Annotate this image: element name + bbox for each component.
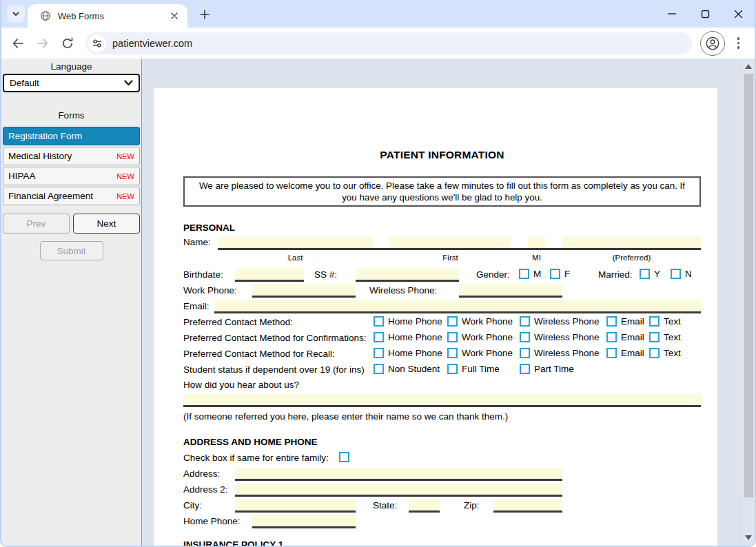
menu-kebab-icon[interactable] [735, 34, 743, 52]
checkbox-contact-wireless-phone[interactable] [520, 316, 530, 327]
tab-strip: Web Forms [1, 0, 755, 28]
checkbox-recall-home-phone[interactable] [374, 348, 384, 358]
address-bar[interactable]: patientviewer.com [85, 32, 692, 54]
sidebar-item-medical-history[interactable]: Medical History NEW [3, 147, 140, 165]
language-label: Language [3, 61, 140, 72]
section-heading-insurance: INSURANCE POLICY 1 [183, 539, 283, 546]
page-title: PATIENT INFORMATION [183, 149, 701, 161]
state-field[interactable] [409, 499, 440, 513]
welcome-box: We are pleased to welcome you to our off… [183, 176, 701, 207]
checkbox-confirmations-email[interactable] [606, 332, 617, 342]
profile-avatar[interactable] [700, 31, 725, 56]
checkbox-contact-home-phone[interactable] [374, 316, 384, 327]
address2-field[interactable] [235, 484, 562, 497]
checkbox-confirmations-work-phone[interactable] [447, 332, 458, 342]
checkbox-student-full-time[interactable] [447, 364, 458, 374]
forward-button[interactable] [36, 37, 50, 50]
name-preferred-field[interactable] [562, 237, 701, 248]
checkbox-recall-wireless-phone[interactable] [520, 348, 530, 358]
content-area: Language Default Forms Registration Form… [1, 59, 755, 546]
hear-about-field[interactable] [183, 394, 701, 407]
address-field[interactable] [235, 468, 562, 481]
tab-search-button[interactable] [7, 5, 25, 23]
address-row: Address: [154, 467, 717, 484]
name-sublabels-row: Last First MI (Preferred) [154, 254, 717, 264]
name-last-field[interactable] [218, 237, 373, 248]
zip-field[interactable] [493, 499, 562, 513]
sublabel-mi: MI [528, 254, 545, 262]
birthdate-field[interactable] [235, 269, 304, 282]
address2-label: Address 2: [183, 484, 228, 495]
sidebar-item-registration-form[interactable]: Registration Form [3, 127, 140, 145]
sidebar-item-hipaa[interactable]: HIPAA NEW [3, 167, 140, 185]
home-phone-field[interactable] [252, 515, 356, 528]
prev-button[interactable]: Prev [3, 214, 70, 234]
scrollbar-up-arrow-icon[interactable] [745, 64, 752, 69]
form-button-label: Registration Form [8, 131, 82, 141]
scrollbar-thumb[interactable] [744, 74, 753, 497]
chevron-down-icon [124, 80, 133, 86]
email-field[interactable] [214, 300, 701, 313]
section-heading-address: ADDRESS AND HOME PHONE [183, 437, 318, 447]
checkbox-student-part-time[interactable] [520, 364, 530, 374]
hear-about-row [154, 393, 717, 410]
submit-button[interactable]: Submit [40, 241, 103, 260]
checkbox-confirmations-home-phone[interactable] [374, 332, 384, 342]
checkbox-contact-text[interactable] [649, 316, 660, 327]
site-info-icon[interactable] [88, 34, 106, 52]
married-y-label: Y [654, 269, 660, 279]
checkbox-married-y[interactable] [640, 269, 650, 279]
back-button[interactable] [11, 37, 25, 50]
section-heading-personal: PERSONAL [183, 223, 235, 233]
city-field[interactable] [235, 499, 356, 513]
checkbox-gender-f[interactable] [550, 269, 560, 279]
tab-close-icon[interactable] [168, 10, 181, 22]
married-n-label: N [685, 269, 692, 279]
sublabel-last: Last [218, 254, 373, 262]
url-text: patientviewer.com [112, 38, 192, 49]
language-select[interactable]: Default [3, 74, 140, 92]
form-button-label: Medical History [8, 151, 72, 161]
checkbox-same-family[interactable] [339, 452, 349, 462]
city-state-zip-row: City: State: Zip: [154, 499, 717, 515]
reload-button[interactable] [61, 37, 74, 50]
form-viewport: PATIENT INFORMATION We are pleased to we… [142, 59, 755, 546]
name-label: Name: [183, 237, 211, 247]
checkbox-recall-text[interactable] [649, 348, 660, 358]
name-mi-field[interactable] [528, 237, 545, 248]
checkbox-contact-work-phone[interactable] [447, 316, 458, 327]
new-tab-button[interactable] [196, 6, 214, 23]
chevron-down-icon [12, 10, 20, 18]
sidebar-item-financial-agreement[interactable]: Financial Agreement NEW [3, 187, 140, 205]
phones-row: Work Phone: Wireless Phone: [154, 284, 717, 300]
next-button[interactable]: Next [73, 214, 140, 234]
contact-confirmations-label: Preferred Contact Method for Confirmatio… [183, 333, 367, 343]
close-window-button[interactable] [733, 8, 744, 19]
checkbox-gender-m[interactable] [519, 269, 529, 279]
browser-toolbar: patientviewer.com [1, 28, 755, 59]
scrollbar-down-arrow-icon[interactable] [745, 535, 752, 540]
home-phone-row: Home Phone: [154, 515, 717, 531]
browser-tab[interactable]: Web Forms [28, 4, 187, 28]
minimize-button[interactable] [666, 8, 677, 19]
checkbox-recall-work-phone[interactable] [447, 348, 458, 358]
vertical-scrollbar[interactable] [743, 59, 755, 546]
student-status-row: Student status if dependent over 19 (for… [154, 363, 717, 380]
welcome-text: We are pleased to welcome you to our off… [194, 180, 690, 203]
checkbox-student-non-student[interactable] [374, 364, 384, 374]
hear-about-label: How did you hear about us? [183, 380, 299, 390]
checkbox-confirmations-text[interactable] [649, 332, 660, 342]
name-first-field[interactable] [390, 237, 511, 248]
checkbox-confirmations-wireless-phone[interactable] [520, 332, 530, 342]
checkbox-recall-email[interactable] [606, 348, 617, 358]
maximize-button[interactable] [699, 8, 711, 19]
checkbox-married-n[interactable] [671, 269, 681, 279]
wireless-phone-field[interactable] [459, 285, 562, 298]
email-row: Email: [154, 300, 717, 316]
work-phone-field[interactable] [252, 285, 356, 298]
new-badge: NEW [116, 172, 134, 180]
sublabel-preferred: (Preferred) [562, 254, 701, 262]
window-controls [666, 0, 744, 28]
ss-field[interactable] [356, 269, 459, 282]
checkbox-contact-email[interactable] [606, 316, 617, 327]
